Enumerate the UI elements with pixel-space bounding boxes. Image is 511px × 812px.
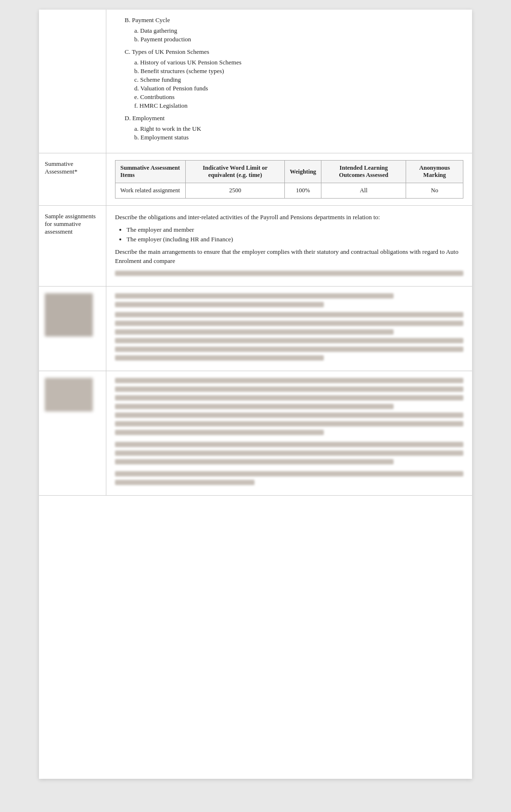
- sample-para2: Describe the main arrangements to ensure…: [115, 247, 463, 266]
- outline-c-heading: C. Types of UK Pension Schemes: [125, 48, 463, 56]
- col-header-ilo: Intended Learning Outcomes Assessed: [321, 161, 406, 183]
- blurred-block-large: [115, 378, 463, 435]
- blurred-block-small: [115, 471, 463, 485]
- outline-label: [39, 10, 106, 153]
- sample-row: Sample assignments for summative assessm…: [39, 206, 472, 287]
- outline-content: B. Payment Cycle a. Data gathering b. Pa…: [106, 10, 472, 153]
- outline-c-item-4: d. Valuation of Pension funds: [134, 85, 463, 92]
- blurred-image-2: [45, 378, 93, 412]
- sample-label: Sample assignments for summative assessm…: [39, 206, 106, 286]
- blurred-right-2: [106, 371, 472, 495]
- assessment-table: Summative Assessment Items Indicative Wo…: [115, 160, 463, 199]
- blurred-block-medium: [115, 442, 463, 464]
- col-header-items: Summative Assessment Items: [115, 161, 186, 183]
- outline-b: B. Payment Cycle a. Data gathering b. Pa…: [115, 16, 463, 43]
- summative-label: Summative Assessment*: [39, 153, 106, 205]
- sample-blurred-continuation: [115, 271, 463, 276]
- sample-text: Describe the obligations and inter-relat…: [115, 212, 463, 266]
- cell-wordlimit: 2500: [186, 183, 285, 199]
- outline-d-item-2: b. Employment status: [134, 134, 463, 141]
- col-header-wordlimit: Indicative Word Limit or equivalent (e.g…: [186, 161, 285, 183]
- outline-b-heading: B. Payment Cycle: [125, 16, 463, 24]
- blurred-row-1: [39, 287, 472, 371]
- outline-b-item-1: a. Data gathering: [134, 27, 463, 35]
- col-header-weighting: Weighting: [285, 161, 321, 183]
- outline-c-item-2: b. Benefit structures (scheme types): [134, 67, 463, 75]
- outline-c-item-5: e. Contributions: [134, 93, 463, 101]
- page: B. Payment Cycle a. Data gathering b. Pa…: [39, 10, 472, 779]
- sample-bullets: The employer and member The employer (in…: [127, 226, 463, 243]
- outline-c-item-6: f. HMRC Legislation: [134, 102, 463, 110]
- cell-ilo: All: [321, 183, 406, 199]
- blurred-row-2: [39, 371, 472, 496]
- blurred-image-1: [45, 293, 93, 337]
- cell-anonymous: No: [406, 183, 463, 199]
- blurred-left-2: [39, 371, 106, 495]
- sample-bullet-1: The employer and member: [127, 226, 463, 234]
- blurred-left-1: [39, 287, 106, 371]
- outline-d: D. Employment a. Right to work in the UK…: [115, 114, 463, 141]
- cell-weighting: 100%: [285, 183, 321, 199]
- outline-c-item-1: a. History of various UK Pension Schemes: [134, 59, 463, 66]
- outline-c-items: a. History of various UK Pension Schemes…: [134, 59, 463, 110]
- sample-para1: Describe the obligations and inter-relat…: [115, 212, 463, 222]
- table-header-row: Summative Assessment Items Indicative Wo…: [115, 161, 463, 183]
- outline-d-heading: D. Employment: [125, 114, 463, 122]
- outline-b-items: a. Data gathering b. Payment production: [134, 27, 463, 43]
- outline-section-row: B. Payment Cycle a. Data gathering b. Pa…: [39, 10, 472, 153]
- summative-row: Summative Assessment* Summative Assessme…: [39, 153, 472, 206]
- table-row: Work related assignment 2500 100% All No: [115, 183, 463, 199]
- outline-d-items: a. Right to work in the UK b. Employment…: [134, 125, 463, 141]
- outline-d-item-1: a. Right to work in the UK: [134, 125, 463, 133]
- summative-content: Summative Assessment Items Indicative Wo…: [106, 153, 472, 205]
- sample-content: Describe the obligations and inter-relat…: [106, 206, 472, 286]
- col-header-anonymous: Anonymous Marking: [406, 161, 463, 183]
- outline-b-item-2: b. Payment production: [134, 36, 463, 43]
- blurred-right-1: [106, 287, 472, 371]
- sample-bullet-2: The employer (including HR and Finance): [127, 236, 463, 243]
- outline-c-item-3: c. Scheme funding: [134, 76, 463, 84]
- outline-c: C. Types of UK Pension Schemes a. Histor…: [115, 48, 463, 110]
- blurred-block-1: [115, 312, 463, 361]
- cell-item: Work related assignment: [115, 183, 186, 199]
